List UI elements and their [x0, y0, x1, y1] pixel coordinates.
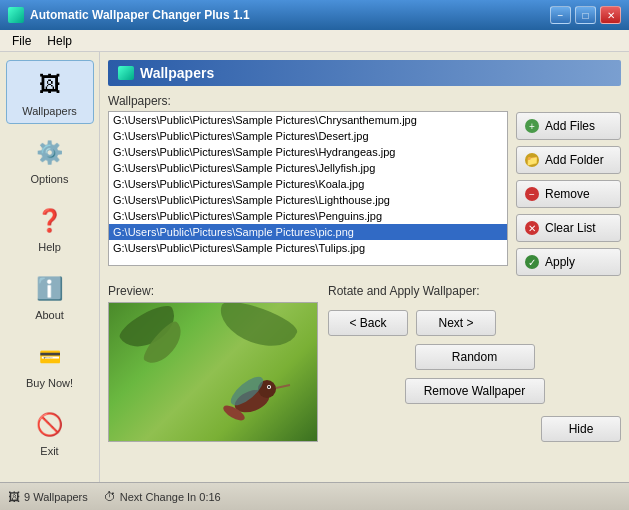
- rotate-title: Rotate and Apply Wallpaper:: [328, 284, 621, 298]
- list-item[interactable]: G:\Users\Public\Pictures\Sample Pictures…: [109, 208, 507, 224]
- list-item[interactable]: G:\Users\Public\Pictures\Sample Pictures…: [109, 160, 507, 176]
- list-item[interactable]: G:\Users\Public\Pictures\Sample Pictures…: [109, 176, 507, 192]
- sidebar-item-exit[interactable]: 🚫 Exit: [6, 400, 94, 464]
- hummingbird-svg: [212, 361, 292, 431]
- section-header-icon: [118, 66, 134, 80]
- options-icon: ⚙️: [30, 135, 70, 171]
- bottom-section: Preview:: [108, 284, 621, 474]
- hide-container: Hide: [328, 416, 621, 442]
- remove-icon: −: [525, 187, 539, 201]
- wallpapers-list[interactable]: G:\Users\Public\Pictures\Sample Pictures…: [108, 111, 508, 266]
- section-title: Wallpapers: [140, 65, 214, 81]
- panel-area: Wallpapers Wallpapers: G:\Users\Public\P…: [100, 52, 629, 482]
- remove-label: Remove: [545, 187, 590, 201]
- close-button[interactable]: ✕: [600, 6, 621, 24]
- svg-point-6: [268, 386, 270, 388]
- sidebar-buynow-label: Buy Now!: [26, 377, 73, 389]
- next-button[interactable]: Next >: [416, 310, 496, 336]
- buttons-panel: + Add Files 📁 Add Folder − Remove ✕ Clea…: [516, 94, 621, 276]
- sidebar-item-help[interactable]: ❓ Help: [6, 196, 94, 260]
- list-item[interactable]: G:\Users\Public\Pictures\Sample Pictures…: [109, 144, 507, 160]
- clear-list-icon: ✕: [525, 221, 539, 235]
- add-folder-button[interactable]: 📁 Add Folder: [516, 146, 621, 174]
- preview-image: [108, 302, 318, 442]
- add-files-icon: +: [525, 119, 539, 133]
- remove-wallpaper-button[interactable]: Remove Wallpaper: [405, 378, 545, 404]
- help-icon: ❓: [30, 203, 70, 239]
- add-files-button[interactable]: + Add Files: [516, 112, 621, 140]
- section-header: Wallpapers: [108, 60, 621, 86]
- list-item[interactable]: G:\Users\Public\Pictures\Sample Pictures…: [109, 224, 507, 240]
- list-item[interactable]: G:\Users\Public\Pictures\Sample Pictures…: [109, 240, 507, 256]
- wallpapers-icon: 🖼: [30, 67, 70, 103]
- title-bar-text: Automatic Wallpaper Changer Plus 1.1: [30, 8, 550, 22]
- list-item[interactable]: G:\Users\Public\Pictures\Sample Pictures…: [109, 112, 507, 128]
- exit-icon: 🚫: [30, 407, 70, 443]
- add-folder-label: Add Folder: [545, 153, 604, 167]
- help-menu[interactable]: Help: [39, 32, 80, 50]
- apply-label: Apply: [545, 255, 575, 269]
- about-icon: ℹ️: [30, 271, 70, 307]
- apply-button[interactable]: ✓ Apply: [516, 248, 621, 276]
- apply-icon: ✓: [525, 255, 539, 269]
- next-change-status: ⏱ Next Change In 0:16: [104, 490, 221, 504]
- random-button[interactable]: Random: [415, 344, 535, 370]
- sidebar-item-options[interactable]: ⚙️ Options: [6, 128, 94, 192]
- sidebar-options-label: Options: [31, 173, 69, 185]
- sidebar-about-label: About: [35, 309, 64, 321]
- sidebar-wallpapers-label: Wallpapers: [22, 105, 77, 117]
- wallpapers-area: Wallpapers: G:\Users\Public\Pictures\Sam…: [108, 94, 621, 276]
- clear-list-button[interactable]: ✕ Clear List: [516, 214, 621, 242]
- wallpaper-count-icon: 🖼: [8, 490, 20, 504]
- wallpapers-list-label: Wallpapers:: [108, 94, 508, 108]
- minimize-button[interactable]: −: [550, 6, 571, 24]
- sidebar: 🖼 Wallpapers ⚙️ Options ❓ Help ℹ️ About …: [0, 52, 100, 482]
- list-item[interactable]: G:\Users\Public\Pictures\Sample Pictures…: [109, 192, 507, 208]
- window-controls: − □ ✕: [550, 6, 621, 24]
- preview-label: Preview:: [108, 284, 318, 298]
- clock-icon: ⏱: [104, 490, 116, 504]
- sidebar-exit-label: Exit: [40, 445, 58, 457]
- wallpapers-list-container: Wallpapers: G:\Users\Public\Pictures\Sam…: [108, 94, 508, 276]
- rotate-nav-buttons: < Back Next >: [328, 310, 621, 336]
- clear-list-label: Clear List: [545, 221, 596, 235]
- preview-area: Preview:: [108, 284, 318, 474]
- sidebar-item-wallpapers[interactable]: 🖼 Wallpapers: [6, 60, 94, 124]
- sidebar-item-about[interactable]: ℹ️ About: [6, 264, 94, 328]
- add-files-label: Add Files: [545, 119, 595, 133]
- sidebar-help-label: Help: [38, 241, 61, 253]
- title-bar: Automatic Wallpaper Changer Plus 1.1 − □…: [0, 0, 629, 30]
- wallpaper-count-status: 🖼 9 Wallpapers: [8, 490, 88, 504]
- hide-button[interactable]: Hide: [541, 416, 621, 442]
- remove-wallpaper-container: Remove Wallpaper: [328, 378, 621, 404]
- sidebar-item-buynow[interactable]: 💳 Buy Now!: [6, 332, 94, 396]
- rotate-area: Rotate and Apply Wallpaper: < Back Next …: [328, 284, 621, 474]
- random-container: Random: [328, 344, 621, 370]
- wallpaper-count-text: 9 Wallpapers: [24, 491, 88, 503]
- menu-bar: File Help: [0, 30, 629, 52]
- next-change-text: Next Change In 0:16: [120, 491, 221, 503]
- back-button[interactable]: < Back: [328, 310, 408, 336]
- leaf-decor-2: [213, 302, 300, 356]
- maximize-button[interactable]: □: [575, 6, 596, 24]
- main-content: 🖼 Wallpapers ⚙️ Options ❓ Help ℹ️ About …: [0, 52, 629, 482]
- list-item[interactable]: G:\Users\Public\Pictures\Sample Pictures…: [109, 128, 507, 144]
- svg-line-2: [276, 385, 290, 388]
- app-icon: [8, 7, 24, 23]
- remove-button[interactable]: − Remove: [516, 180, 621, 208]
- status-bar: 🖼 9 Wallpapers ⏱ Next Change In 0:16: [0, 482, 629, 510]
- file-menu[interactable]: File: [4, 32, 39, 50]
- add-folder-icon: 📁: [525, 153, 539, 167]
- buynow-icon: 💳: [30, 339, 70, 375]
